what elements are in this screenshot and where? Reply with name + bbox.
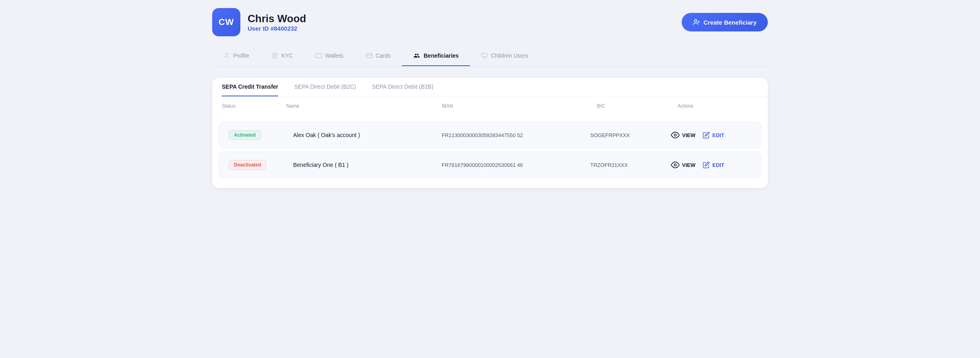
eye-icon (671, 131, 680, 139)
col-bic: BIC (597, 103, 678, 109)
wallet-icon (315, 52, 322, 59)
table-row: Activated Alex Oak ( Oak's account ) FR1… (219, 122, 761, 148)
bic-cell-2: TRZOFR21XXX (590, 162, 671, 168)
sub-tab-sepa-debit-b2b[interactable]: SEPA Direct Debit (B2B) (372, 78, 433, 96)
status-badge-activated: Activated (229, 130, 261, 140)
sub-tabs: SEPA Credit Transfer SEPA Direct Debit (… (222, 78, 758, 96)
edit-button-2[interactable]: EDIT (703, 161, 724, 169)
pencil-icon (703, 161, 710, 169)
svg-point-10 (674, 164, 676, 166)
status-cell-2: Deactivated (229, 160, 293, 170)
tab-kyc[interactable]: KYC (261, 46, 304, 66)
pencil-icon (703, 131, 710, 139)
col-status: Status (222, 103, 286, 109)
name-cell-2: Beneficiary One ( B1 ) (293, 162, 442, 168)
svg-point-3 (225, 53, 227, 55)
person-icon (223, 52, 230, 59)
col-name: Name (286, 103, 442, 109)
sub-tabs-container: SEPA Credit Transfer SEPA Direct Debit (… (212, 78, 768, 97)
tab-profile[interactable]: Profile (212, 46, 261, 66)
view-button-1[interactable]: VIEW (671, 131, 695, 139)
tab-children-users[interactable]: Children Users (470, 46, 540, 66)
iban-cell-2: FR76167980000100002530561 46 (442, 162, 590, 168)
header-left: CW Chris Wood User ID #8400232 (212, 8, 306, 36)
tab-wallets[interactable]: Wallets (304, 46, 354, 66)
bic-cell-1: SOGEFRPPXXX (590, 132, 671, 138)
sub-tab-sepa-debit-b2c[interactable]: SEPA Direct Debit (B2C) (294, 78, 356, 96)
avatar: CW (212, 8, 240, 36)
iban-cell-1: FR11300030003059283447550 52 (442, 132, 590, 138)
main-content: SEPA Credit Transfer SEPA Direct Debit (… (212, 78, 768, 188)
children-icon (481, 52, 488, 59)
svg-rect-8 (482, 53, 487, 57)
svg-rect-5 (316, 54, 322, 58)
card-icon (366, 52, 372, 59)
table-row: Deactivated Beneficiary One ( B1 ) FR761… (219, 152, 761, 178)
col-iban: IBAN (442, 103, 597, 109)
user-name: Chris Wood (248, 12, 306, 25)
status-cell-1: Activated (229, 130, 293, 140)
tab-cards[interactable]: Cards (355, 46, 402, 66)
sub-tab-sepa-credit[interactable]: SEPA Credit Transfer (222, 78, 278, 96)
table-rows-container: Activated Alex Oak ( Oak's account ) FR1… (212, 115, 768, 188)
svg-point-9 (674, 134, 676, 136)
edit-button-1[interactable]: EDIT (703, 131, 724, 139)
svg-rect-6 (366, 54, 372, 58)
kyc-icon (272, 52, 278, 59)
add-person-icon (693, 19, 700, 26)
user-info: Chris Wood User ID #8400232 (248, 12, 306, 32)
svg-point-0 (695, 19, 697, 22)
name-cell-1: Alex Oak ( Oak's account ) (293, 132, 442, 138)
tab-beneficiaries[interactable]: Beneficiaries (402, 46, 470, 66)
user-id: User ID #8400232 (248, 25, 306, 32)
actions-cell-2: VIEW EDIT (671, 160, 751, 169)
beneficiaries-icon (413, 52, 420, 59)
page-container: CW Chris Wood User ID #8400232 Create Be… (212, 8, 768, 188)
eye-icon (671, 160, 680, 169)
status-badge-deactivated: Deactivated (229, 160, 266, 170)
create-beneficiary-button[interactable]: Create Beneficiary (682, 13, 768, 31)
col-actions: Actions (678, 103, 758, 109)
table-header: Status Name IBAN BIC Actions (212, 97, 768, 115)
view-button-2[interactable]: VIEW (671, 160, 695, 169)
header: CW Chris Wood User ID #8400232 Create Be… (212, 8, 768, 36)
nav-tabs: Profile KYC Wallets Cards (212, 46, 768, 67)
actions-cell-1: VIEW EDIT (671, 131, 751, 139)
